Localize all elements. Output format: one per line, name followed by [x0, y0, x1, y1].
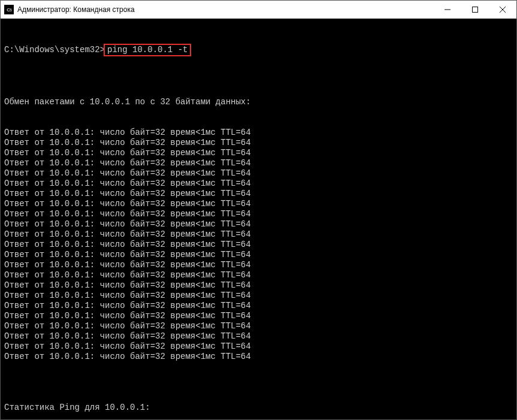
ping-reply-line: Ответ от 10.0.0.1: число байт=32 время<1… [4, 342, 513, 352]
prompt-line-1: C:\Windows\system32>ping 10.0.0.1 -t [4, 44, 513, 56]
ping-reply-line: Ответ от 10.0.0.1: число байт=32 время<1… [4, 240, 513, 250]
close-button[interactable] [489, 1, 516, 19]
ping-reply-line: Ответ от 10.0.0.1: число байт=32 время<1… [4, 128, 513, 138]
ping-reply-line: Ответ от 10.0.0.1: число байт=32 время<1… [4, 260, 513, 270]
ping-reply-line: Ответ от 10.0.0.1: число байт=32 время<1… [4, 158, 513, 168]
maximize-button[interactable] [461, 1, 489, 19]
minimize-button[interactable] [434, 1, 461, 19]
svg-rect-1 [473, 7, 478, 13]
prompt-path: C:\Windows\system32> [4, 45, 105, 55]
ping-reply-line: Ответ от 10.0.0.1: число байт=32 время<1… [4, 138, 513, 148]
ping-reply-line: Ответ от 10.0.0.1: число байт=32 время<1… [4, 189, 513, 199]
command-highlight: ping 10.0.0.1 -t [104, 44, 191, 56]
ping-reply-line: Ответ от 10.0.0.1: число байт=32 время<1… [4, 270, 513, 280]
ping-reply-line: Ответ от 10.0.0.1: число байт=32 время<1… [4, 352, 513, 362]
ping-reply-line: Ответ от 10.0.0.1: число байт=32 время<1… [4, 209, 513, 219]
ping-reply-line: Ответ от 10.0.0.1: число байт=32 время<1… [4, 168, 513, 179]
terminal-output[interactable]: C:\Windows\system32>ping 10.0.0.1 -t Обм… [1, 19, 516, 419]
titlebar[interactable]: C:\ Администратор: Командная строка [1, 1, 516, 19]
ping-reply-line: Ответ от 10.0.0.1: число байт=32 время<1… [4, 321, 513, 331]
ping-reply-line: Ответ от 10.0.0.1: число байт=32 время<1… [4, 331, 513, 342]
ping-reply-line: Ответ от 10.0.0.1: число байт=32 время<1… [4, 179, 513, 189]
ping-reply-line: Ответ от 10.0.0.1: число байт=32 время<1… [4, 291, 513, 301]
window-controls [434, 1, 516, 19]
ping-reply-line: Ответ от 10.0.0.1: число байт=32 время<1… [4, 229, 513, 240]
ping-reply-line: Ответ от 10.0.0.1: число байт=32 время<1… [4, 280, 513, 291]
ping-reply-line: Ответ от 10.0.0.1: число байт=32 время<1… [4, 148, 513, 158]
ping-reply-line: Ответ от 10.0.0.1: число байт=32 время<1… [4, 250, 513, 260]
stats-header: Статистика Ping для 10.0.0.1: [4, 403, 513, 413]
exchange-header: Обмен пакетами с 10.0.0.1 по с 32 байтам… [4, 97, 513, 107]
ping-reply-line: Ответ от 10.0.0.1: число байт=32 время<1… [4, 301, 513, 311]
window-title: Администратор: Командная строка [17, 5, 434, 14]
ping-reply-line: Ответ от 10.0.0.1: число байт=32 время<1… [4, 219, 513, 229]
cmd-icon: C:\ [4, 5, 14, 14]
ping-reply-line: Ответ от 10.0.0.1: число байт=32 время<1… [4, 199, 513, 209]
cmd-window: C:\ Администратор: Командная строка C:\W… [0, 0, 517, 420]
ping-reply-line: Ответ от 10.0.0.1: число байт=32 время<1… [4, 311, 513, 321]
